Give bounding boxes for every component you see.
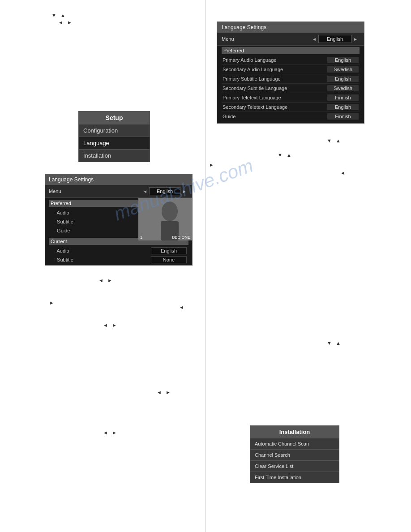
nav-arrows-right-mid: ► (49, 300, 54, 305)
setup-menu-item-configuration[interactable]: Configuration (79, 124, 150, 137)
installation-menu-title: Installation (250, 426, 339, 438)
tv-preview-image: 1 BBC ONE (138, 198, 192, 240)
nav-arrows-lr-top: ◄ ► (58, 20, 72, 25)
lang-big-secondary-audio-row: Secondary Audio Language Swedish (222, 65, 360, 74)
lang-big-secondary-teletext-value: English (327, 104, 359, 110)
lang-big-primary-audio-row: Primary Audio Language English (222, 56, 360, 65)
setup-menu: Setup Configuration Language Installatio… (78, 111, 150, 162)
lang-small-current-subtitle-value: None (151, 256, 187, 263)
nav-arrows-lr-bottom: ◄ ► (157, 390, 171, 395)
lang-big-preferred-section: Preferred Primary Audio Language English… (217, 46, 364, 123)
install-menu-item-first-time[interactable]: First Time Installation (250, 472, 339, 483)
right-nav-arrow-left: ◄ (340, 170, 345, 176)
language-settings-small-panel: Language Settings Menu ◄ English ► Prefe… (45, 174, 193, 266)
lang-small-right-arrow[interactable]: ► (180, 189, 188, 194)
nav-arrows-left-mid: ◄ (179, 305, 184, 310)
lang-small-current-audio-label: · Audio (51, 248, 151, 253)
lang-big-primary-teletext-row: Primary Teletext Language Finnish (222, 93, 360, 103)
tv-channel-number: 1 (140, 235, 142, 240)
lang-small-body: Preferred · Audio English · Subtitle Eng… (45, 198, 192, 265)
lang-small-subtitle-label: · Subtitle (51, 219, 151, 224)
language-settings-big-panel: Language Settings Menu ◄ English ► Prefe… (217, 21, 364, 124)
lang-small-guide-label: · Guide (51, 228, 151, 233)
nav-arrows-top: ▼ ▲ (51, 13, 65, 18)
lang-small-current-audio-value: English (151, 247, 187, 254)
install-menu-item-auto-scan[interactable]: Automatic Channel Scan (250, 438, 339, 449)
setup-menu-item-language[interactable]: Language (79, 137, 150, 149)
lang-big-guide-value: Finnish (327, 113, 359, 120)
lang-big-guide-row: Guide Finnish (222, 112, 360, 121)
right-nav-arrow-right: ► (209, 162, 214, 167)
tv-channel-name: BBC ONE (172, 235, 190, 240)
lang-big-left-arrow[interactable]: ◄ (310, 37, 318, 42)
lang-big-menu-value: English (318, 35, 351, 43)
lang-big-primary-subtitle-row: Primary Subtitle Language English (222, 74, 360, 84)
nav-arrows-lr-mid: ◄ ► (98, 278, 112, 283)
lang-big-primary-subtitle-value: English (327, 76, 359, 82)
lang-small-current-subtitle-label: · Subtitle (51, 257, 151, 262)
install-menu-item-channel-search[interactable]: Channel Search (250, 449, 339, 460)
lang-big-menu-header: Menu ◄ English ► (217, 33, 364, 46)
nav-arrows-lr-lower: ◄ ► (103, 322, 117, 328)
lang-big-primary-subtitle-label: Primary Subtitle Language (223, 76, 327, 82)
page-divider (206, 0, 206, 532)
lang-small-current-subtitle-row: · Subtitle None (49, 255, 188, 264)
tv-preview-svg (138, 198, 192, 240)
lang-big-secondary-subtitle-row: Secondary Subtitle Language Swedish (222, 84, 360, 93)
lang-big-primary-audio-label: Primary Audio Language (223, 57, 327, 63)
lang-big-secondary-subtitle-label: Secondary Subtitle Language (223, 86, 327, 91)
lang-big-primary-teletext-value: Finnish (327, 94, 359, 101)
setup-menu-title: Setup (79, 112, 150, 124)
lang-small-audio-label: · Audio (51, 210, 151, 215)
tv-preview: 1 BBC ONE (138, 198, 192, 240)
lang-big-secondary-teletext-row: Secondary Teletext Language English (222, 103, 360, 112)
lang-big-title: Language Settings (217, 22, 364, 33)
lang-small-menu-value: English (149, 187, 180, 195)
right-nav-arrows-ud: ▼ ▲ (278, 152, 291, 158)
lang-big-secondary-audio-value: Swedish (327, 66, 359, 73)
lang-big-secondary-audio-label: Secondary Audio Language (223, 67, 327, 72)
right-nav-arrows-lower: ▼ ▲ (327, 340, 341, 346)
lang-small-current-audio-row: · Audio English (49, 246, 188, 255)
lang-big-secondary-subtitle-value: Swedish (327, 85, 359, 91)
lang-small-title: Language Settings (45, 174, 192, 185)
lang-big-secondary-teletext-label: Secondary Teletext Language (223, 104, 327, 110)
lang-big-primary-teletext-label: Primary Teletext Language (223, 95, 327, 100)
svg-point-1 (162, 202, 178, 221)
lang-small-menu-label: Menu (49, 189, 141, 194)
lang-big-primary-audio-value: English (327, 57, 359, 63)
lang-small-menu-header: Menu ◄ English ► (45, 185, 192, 198)
lang-big-guide-label: Guide (223, 114, 327, 119)
installation-menu: Installation Automatic Channel Scan Chan… (250, 425, 339, 483)
right-nav-arrows-top: ▼ ▲ (327, 138, 341, 143)
lang-big-preferred-title: Preferred (222, 47, 360, 54)
setup-menu-item-installation[interactable]: Installation (79, 149, 150, 162)
lang-big-menu-label: Menu (222, 36, 310, 42)
install-menu-item-clear-service[interactable]: Clear Service List (250, 460, 339, 472)
lang-big-right-arrow[interactable]: ► (351, 37, 360, 42)
nav-arrows-lr-lowest: ◄ ► (103, 430, 117, 435)
lang-small-left-arrow[interactable]: ◄ (141, 189, 149, 194)
